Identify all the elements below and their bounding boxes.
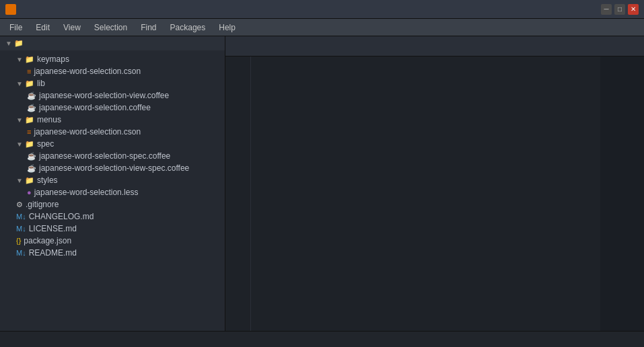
folder-item[interactable]: ▼📁keymaps [0,53,225,65]
file-item[interactable]: ≡japanese-word-selection.cson [0,126,225,138]
folder-arrow: ▼ [16,116,23,124]
file-item[interactable]: ☕japanese-word-selection-view.coffee [0,89,225,102]
main-layout: ▼ 📁 ▼📁keymaps≡japanese-word-selection.cs… [0,36,644,331]
file-name: japanese-word-selection.cson [34,67,141,76]
code-content[interactable] [262,56,600,331]
maximize-button[interactable]: □ [614,4,625,15]
folder-icon: 📁 [14,39,24,48]
file-name: japanese-word-selection-spec.coffee [39,151,170,161]
file-item[interactable]: ☕japanese-word-selection-view-spec.coffe… [0,162,225,174]
file-name: README.md [29,248,77,258]
file-type-icon: ● [27,188,32,196]
menu-item-file[interactable]: File [3,22,29,34]
menu-item-help[interactable]: Help [212,22,242,34]
file-type-icon: ☕ [27,91,36,100]
file-type-icon: ☕ [27,152,36,161]
minimize-button[interactable]: ─ [601,4,612,15]
folder-icon: 📁 [25,55,34,64]
file-item[interactable]: M↓LICENSE.md [0,223,225,235]
menu-item-find[interactable]: Find [134,22,163,34]
file-name: CHANGELOG.md [29,212,94,221]
breakpoint-dots [251,56,262,331]
menu-item-packages[interactable]: Packages [164,22,213,34]
minimap [600,56,644,331]
file-tree-sidebar: ▼ 📁 ▼📁keymaps≡japanese-word-selection.cs… [0,36,225,331]
titlebar-controls: ─ □ ✕ [601,4,639,15]
file-item[interactable]: ⚙.gitignore [0,198,225,210]
file-type-icon: {} [16,237,21,245]
folder-icon: 📁 [25,79,34,88]
file-item[interactable]: ●japanese-word-selection.less [0,186,225,198]
titlebar: ─ □ ✕ [0,0,644,19]
file-type-icon: ≡ [27,128,31,136]
file-item[interactable]: {}package.json [0,235,225,247]
folder-arrow: ▼ [16,141,23,148]
folder-name: spec [37,139,54,149]
file-tree: ▼📁keymaps≡japanese-word-selection.cson▼📁… [0,50,225,262]
file-type-icon: ⚙ [16,200,23,209]
app-icon [5,4,16,15]
file-name: japanese-word-selection-view-spec.coffee [39,163,189,173]
tab-bar [225,36,644,56]
code-editor[interactable] [225,56,644,331]
folder-arrow: ▼ [16,80,23,87]
file-type-icon: ☕ [27,104,36,112]
folder-item[interactable]: ▼📁spec [0,138,225,150]
collapse-arrow: ▼ [5,40,12,47]
folder-icon: 📁 [25,140,34,149]
file-item[interactable]: M↓CHANGELOG.md [0,210,225,223]
file-name: LICENSE.md [29,224,77,233]
editor-area [225,36,644,331]
folder-name: styles [37,176,58,185]
line-numbers [225,56,251,331]
folder-arrow: ▼ [16,56,23,63]
file-name: japanese-word-selection-view.coffee [39,91,169,100]
folder-name: keymaps [37,54,69,64]
folder-icon: 📁 [25,116,34,124]
file-type-icon: ☕ [27,164,36,173]
folder-item[interactable]: ▼📁lib [0,77,225,89]
folder-icon: 📁 [25,176,34,185]
folder-name: lib [37,79,45,88]
statusbar [0,331,644,347]
root-folder[interactable]: ▼ 📁 [0,36,225,50]
folder-arrow: ▼ [16,177,23,184]
file-type-icon: M↓ [16,213,26,221]
file-name: .gitignore [26,200,59,209]
file-type-icon: M↓ [16,249,26,257]
file-item[interactable]: ☕japanese-word-selection-spec.coffee [0,150,225,162]
file-item[interactable]: M↓README.md [0,247,225,259]
file-type-icon: M↓ [16,225,26,233]
menu-item-edit[interactable]: Edit [29,22,57,34]
file-type-icon: ≡ [27,67,31,75]
folder-item[interactable]: ▼📁styles [0,174,225,186]
file-name: japanese-word-selection.cson [34,127,141,137]
menu-item-selection[interactable]: Selection [87,22,134,34]
folder-name: menus [37,115,61,124]
file-item[interactable]: ≡japanese-word-selection.cson [0,65,225,77]
file-name: japanese-word-selection.less [34,188,139,197]
folder-item[interactable]: ▼📁menus [0,114,225,126]
menu-item-view[interactable]: View [57,22,87,34]
menubar: FileEditViewSelectionFindPackagesHelp [0,19,644,36]
file-name: package.json [24,236,71,245]
file-name: japanese-word-selection.coffee [39,103,151,112]
close-button[interactable]: ✕ [628,4,639,15]
file-item[interactable]: ☕japanese-word-selection.coffee [0,102,225,114]
